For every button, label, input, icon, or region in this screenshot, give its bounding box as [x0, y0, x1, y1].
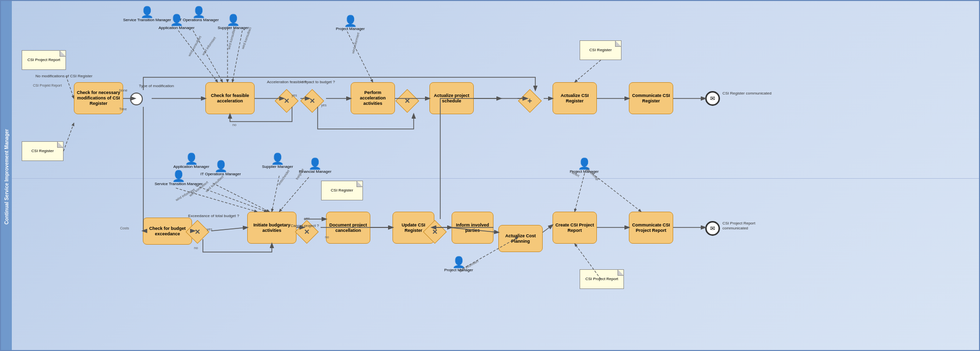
process-actualize-csi: Actualize CSI Register — [553, 82, 597, 114]
process-initiate-budgetary: Initiate budgetary activities — [247, 212, 296, 244]
label-acceleration-feasible: Acceleration feasible ? — [267, 80, 307, 85]
end-label-csi-register: CSI Register communicated — [722, 91, 772, 96]
person-supplier-manager-2: 👤 Supplier Manager — [262, 154, 293, 169]
end-event-csi-register: ✉ — [705, 91, 720, 106]
svg-line-35 — [279, 177, 309, 212]
process-communicate-csi: Communicate CSI Register — [629, 82, 673, 114]
process-actualize-cost: Actualize Cost Planning — [498, 225, 543, 252]
diagram-container: Continual Service Improvement Manager — [0, 0, 980, 351]
svg-line-16 — [211, 227, 247, 231]
label-wird-konsultiert-2: wird konsultiert — [227, 27, 236, 50]
label-projekt-report: CSI Projekt Report — [33, 84, 62, 88]
svg-line-39 — [575, 60, 601, 82]
label-entscheidet-b1: entscheidet — [277, 169, 290, 186]
svg-line-23 — [543, 225, 553, 232]
doc-csi-register-1: CSI Register — [22, 141, 64, 161]
label-no-3: no — [325, 235, 329, 239]
label-wird-informiert-1: wird informiert — [201, 36, 217, 56]
label-no-1: no — [232, 123, 236, 127]
process-create-report: Create CSI Project Report — [553, 212, 597, 244]
gateway-acceleration-feasible: ✕ — [275, 89, 298, 113]
svg-line-37 — [575, 173, 585, 212]
label-costs: Costs — [120, 226, 129, 230]
arrows-overlay — [1, 1, 980, 351]
end-event-project-report: ✉ — [705, 221, 720, 236]
svg-line-2 — [66, 76, 74, 98]
label-exceedance: Exceedance of total budget ? — [188, 214, 239, 219]
svg-line-30 — [232, 31, 242, 82]
process-check-feasible: Check for feasible acceleration — [205, 82, 255, 114]
end-label-project-report: CSI Project Report communicated — [722, 221, 777, 230]
process-actualize-schedule: Actualize project schedule — [429, 82, 474, 114]
label-type-modification: Type of modification — [139, 84, 174, 89]
process-check-modifications: Check for necessary modifications of CSI… — [74, 82, 123, 114]
swim-lane-label: Continual Service Improvement Manager — [1, 1, 12, 351]
person-application-manager: 👤 Application Manager — [159, 15, 195, 30]
gateway-after-schedule: ✕ — [395, 89, 419, 113]
label-yes-1: yes — [292, 94, 297, 97]
svg-line-26 — [347, 32, 373, 82]
label-yes-3: yes — [207, 227, 212, 231]
svg-line-32 — [213, 183, 269, 212]
process-perform-acceleration: Perform acceleration activities — [351, 82, 395, 114]
label-wird-konsultiert-3: wird konsultiert — [241, 27, 252, 49]
doc-csi-register-2: CSI Register — [580, 40, 621, 60]
label-no-modifications: No modifications of CSI Register — [35, 74, 93, 79]
process-check-budget: Check for budget exceedance — [143, 218, 192, 245]
label-wird-konsultiert-1: wird konsultiert — [188, 35, 202, 57]
label-impact-budget: Impact to budget ? — [302, 80, 335, 85]
doc-csi-register-3: CSI Register — [321, 181, 363, 200]
person-service-transition-2: 👤 Service Transition Manager — [155, 171, 202, 186]
label-time: Time — [119, 107, 127, 111]
label-yes-4: yes — [304, 217, 310, 221]
person-project-manager-top: 👤 Project Manager — [336, 16, 365, 31]
doc-csi-project-report-2: CSI Project Report — [580, 269, 624, 289]
person-it-operations-2: 👤 IT Operations Manager — [200, 161, 241, 176]
label-none: None — [119, 89, 128, 93]
gateway-impact-budget: ✕ — [300, 89, 324, 113]
process-inform-parties: Inform involved parties — [452, 212, 493, 244]
gateway-start — [130, 93, 143, 105]
svg-line-38 — [592, 173, 641, 212]
svg-line-14 — [64, 123, 74, 151]
label-cancel-project: Cancel project ? — [291, 223, 319, 228]
process-document-cancellation: Document project cancellation — [326, 212, 370, 244]
doc-csi-project-report-1: CSI Project Report — [22, 50, 66, 70]
label-yes-2: yes — [321, 103, 327, 107]
label-no-2: no — [194, 246, 198, 250]
person-financial-manager: 👤 Financial Manager — [299, 159, 331, 174]
process-communicate-report: Communicate CSI Project Report — [629, 212, 673, 244]
label-wird-informiert-pm: wird informiert — [351, 32, 360, 54]
gateway-plus: + — [518, 89, 542, 113]
